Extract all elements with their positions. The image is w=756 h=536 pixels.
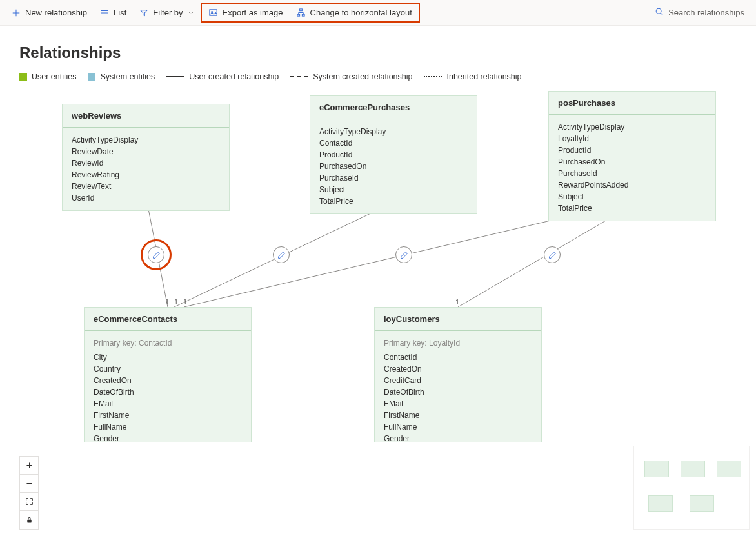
search-icon bbox=[655, 7, 664, 18]
plus-icon bbox=[12, 8, 21, 17]
list-button[interactable]: List bbox=[94, 4, 133, 21]
legend-system-rel: System created relationship bbox=[290, 72, 412, 81]
change-layout-button[interactable]: Change to horizontal layout bbox=[290, 4, 419, 21]
edit-relationship-button[interactable] bbox=[544, 246, 561, 263]
edit-relationship-button[interactable] bbox=[395, 246, 412, 263]
dashed-line-icon bbox=[290, 76, 308, 77]
entity-card-pospurchases[interactable]: posPurchases ActivityTypeDisplay Loyalty… bbox=[548, 91, 716, 221]
legend-user-entities: User entities bbox=[19, 72, 76, 81]
entity-card-webreviews[interactable]: webReviews ActivityTypeDisplay ReviewDat… bbox=[62, 104, 230, 211]
svg-line-15 bbox=[661, 14, 663, 15]
page-header: Relationships bbox=[0, 26, 756, 66]
filter-icon bbox=[139, 8, 148, 17]
search-placeholder: Search relationships bbox=[668, 8, 744, 17]
primary-key: Primary key: LoyaltyId bbox=[384, 337, 532, 349]
cardinality-one: 1 bbox=[455, 298, 459, 306]
entity-title: eCommercePurchases bbox=[310, 96, 477, 119]
legend-user-rel: User created relationship bbox=[166, 72, 279, 81]
legend-system-entities: System entities bbox=[88, 72, 155, 81]
zoom-in-button[interactable] bbox=[20, 457, 38, 475]
entity-title: eCommerceContacts bbox=[85, 308, 251, 331]
user-entity-swatch-icon bbox=[19, 73, 27, 81]
page-title: Relationships bbox=[19, 44, 737, 62]
entity-card-loycustomers[interactable]: loyCustomers Primary key: LoyaltyId Cont… bbox=[374, 307, 542, 442]
new-relationship-button[interactable]: New relationship bbox=[5, 4, 94, 21]
export-image-label: Export as image bbox=[223, 8, 283, 17]
primary-key: Primary key: ContactId bbox=[94, 337, 242, 349]
filter-by-button[interactable]: Filter by bbox=[133, 4, 200, 21]
list-label: List bbox=[114, 8, 126, 17]
svg-rect-9 bbox=[302, 14, 304, 16]
entity-title: posPurchases bbox=[549, 92, 715, 115]
toolbar: New relationship List Filter by Export a… bbox=[0, 0, 756, 26]
edit-relationship-button[interactable] bbox=[148, 246, 164, 263]
zoom-controls bbox=[19, 456, 39, 530]
fit-to-screen-button[interactable] bbox=[20, 493, 38, 511]
minimap-node bbox=[690, 495, 714, 512]
highlighted-toolbar-group: Export as image Change to horizontal lay… bbox=[201, 3, 420, 23]
minimap-node bbox=[717, 461, 741, 477]
entity-fields: Primary key: LoyaltyId ContactId Created… bbox=[375, 331, 541, 442]
entity-fields: ActivityTypeDisplay ReviewDate ReviewId … bbox=[63, 128, 229, 210]
hierarchy-icon bbox=[296, 8, 306, 17]
legend: User entities System entities User creat… bbox=[0, 66, 756, 81]
cardinality-one: 1 bbox=[183, 298, 187, 306]
minimap-node bbox=[681, 461, 705, 477]
entity-title: loyCustomers bbox=[375, 308, 541, 331]
entity-fields: ActivityTypeDisplay ContactId ProductId … bbox=[310, 119, 477, 213]
change-layout-label: Change to horizontal layout bbox=[310, 8, 412, 17]
legend-inherited-rel: Inherited relationship bbox=[424, 72, 521, 81]
cardinality-one: 1 bbox=[165, 298, 169, 306]
minimap-node bbox=[644, 461, 669, 477]
entity-card-ecommercecontacts[interactable]: eCommerceContacts Primary key: ContactId… bbox=[84, 307, 252, 442]
svg-rect-23 bbox=[27, 519, 32, 522]
entity-card-ecommercepurchases[interactable]: eCommercePurchases ActivityTypeDisplay C… bbox=[310, 95, 477, 214]
chevron-down-icon bbox=[188, 10, 194, 16]
edit-relationship-button[interactable] bbox=[273, 246, 290, 263]
system-entity-swatch-icon bbox=[88, 73, 95, 81]
export-image-button[interactable]: Export as image bbox=[202, 4, 290, 21]
minimap-node bbox=[648, 495, 673, 512]
list-icon bbox=[100, 8, 109, 17]
solid-line-icon bbox=[166, 76, 184, 77]
entity-title: webReviews bbox=[63, 104, 229, 128]
cardinality-one: 1 bbox=[174, 298, 178, 306]
svg-rect-8 bbox=[297, 14, 299, 16]
dotted-line-icon bbox=[424, 76, 442, 77]
svg-point-14 bbox=[656, 8, 661, 14]
search-relationships[interactable]: Search relationships bbox=[648, 3, 751, 22]
svg-rect-7 bbox=[299, 9, 302, 11]
minimap[interactable] bbox=[633, 446, 750, 530]
entity-fields: ActivityTypeDisplay LoyaltyId ProductId … bbox=[549, 115, 715, 221]
entity-fields: Primary key: ContactId City Country Crea… bbox=[85, 331, 251, 442]
zoom-out-button[interactable] bbox=[20, 475, 38, 493]
filter-by-label: Filter by bbox=[153, 8, 183, 17]
image-icon bbox=[208, 8, 218, 17]
lock-button[interactable] bbox=[20, 511, 38, 529]
new-relationship-label: New relationship bbox=[25, 8, 87, 17]
